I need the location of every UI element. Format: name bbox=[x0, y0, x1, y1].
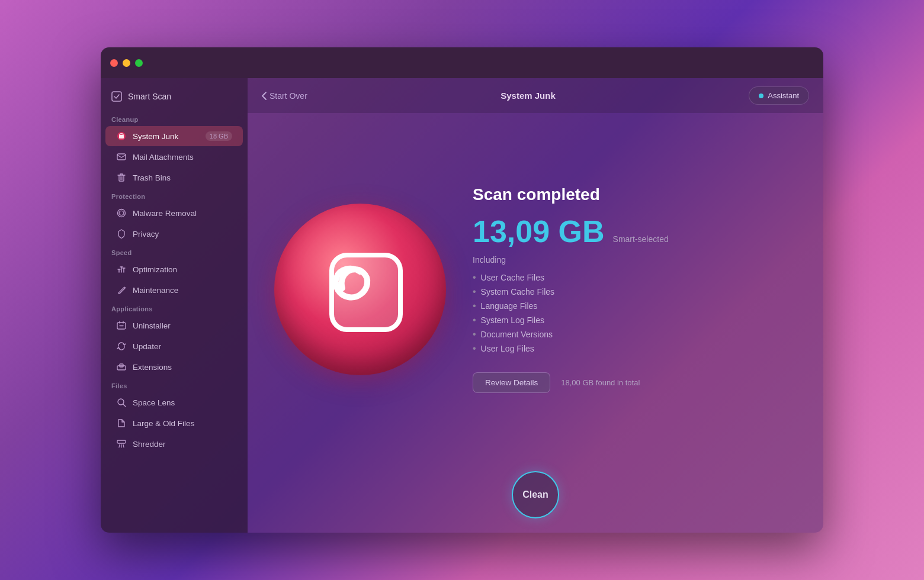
sidebar-item-space-lens[interactable]: Space Lens bbox=[105, 392, 243, 413]
sidebar-item-uninstaller[interactable]: Uninstaller bbox=[105, 315, 243, 336]
app-window: Smart Scan Cleanup System Junk 18 GB bbox=[101, 47, 823, 533]
privacy-label: Privacy bbox=[133, 230, 159, 239]
mail-attachments-icon bbox=[116, 152, 127, 162]
smart-scan-label: Smart Scan bbox=[128, 92, 171, 101]
review-details-button[interactable]: Review Details bbox=[473, 372, 550, 393]
privacy-icon bbox=[116, 228, 127, 239]
space-lens-icon bbox=[116, 397, 127, 408]
panel-body: Scan completed 13,09 GB Smart-selected I… bbox=[248, 113, 823, 465]
list-item: Document Versions bbox=[473, 327, 800, 341]
malware-removal-label: Malware Removal bbox=[133, 209, 197, 218]
shredder-label: Shredder bbox=[133, 440, 166, 449]
assistant-dot-icon bbox=[759, 94, 763, 98]
smart-scan-icon bbox=[111, 91, 122, 102]
system-junk-badge: 18 GB bbox=[206, 131, 232, 141]
close-button[interactable] bbox=[110, 59, 118, 67]
sidebar-item-malware-removal[interactable]: Malware Removal bbox=[105, 203, 243, 223]
trash-bins-icon bbox=[116, 172, 127, 183]
optimization-label: Optimization bbox=[133, 265, 177, 274]
sidebar-item-large-old-files[interactable]: Large & Old Files bbox=[105, 413, 243, 433]
svg-line-22 bbox=[123, 444, 124, 447]
list-item: User Cache Files bbox=[473, 270, 800, 285]
back-chevron-icon bbox=[262, 92, 267, 100]
extensions-icon bbox=[116, 362, 127, 372]
sidebar-item-optimization[interactable]: Optimization bbox=[105, 259, 243, 279]
clean-button[interactable]: Clean bbox=[512, 471, 559, 518]
sidebar-item-system-junk[interactable]: System Junk 18 GB bbox=[105, 126, 243, 146]
sidebar-item-privacy[interactable]: Privacy bbox=[105, 224, 243, 244]
list-item: Language Files bbox=[473, 299, 800, 313]
svg-line-20 bbox=[119, 444, 120, 447]
logo-svg bbox=[301, 227, 419, 352]
sidebar-item-extensions[interactable]: Extensions bbox=[105, 357, 243, 377]
svg-line-18 bbox=[123, 404, 126, 407]
list-item: User Log Files bbox=[473, 341, 800, 356]
panel-title: System Junk bbox=[315, 91, 742, 101]
optimization-icon bbox=[116, 264, 127, 275]
sidebar-item-shredder[interactable]: Shredder bbox=[105, 434, 243, 454]
section-speed: Speed bbox=[101, 244, 248, 259]
trash-bins-label: Trash Bins bbox=[133, 173, 171, 182]
shredder-icon bbox=[116, 439, 127, 449]
app-logo bbox=[274, 204, 446, 375]
large-old-files-icon bbox=[116, 418, 127, 428]
scan-completed-title: Scan completed bbox=[473, 185, 800, 204]
panel-header: Start Over System Junk Assistant bbox=[248, 78, 823, 113]
back-button[interactable]: Start Over bbox=[262, 91, 307, 101]
system-junk-label: System Junk bbox=[133, 132, 178, 141]
system-junk-icon bbox=[116, 131, 127, 141]
main-content: Smart Scan Cleanup System Junk 18 GB bbox=[101, 78, 823, 533]
logo-area bbox=[271, 201, 449, 378]
assistant-label: Assistant bbox=[768, 91, 799, 100]
svg-rect-3 bbox=[117, 154, 126, 160]
sidebar-item-mail-attachments[interactable]: Mail Attachments bbox=[105, 147, 243, 167]
found-total-label: 18,00 GB found in total bbox=[561, 378, 640, 387]
items-list: User Cache Files System Cache Files Lang… bbox=[473, 270, 800, 356]
maintenance-label: Maintenance bbox=[133, 286, 178, 295]
size-number: 13,09 GB bbox=[473, 216, 605, 247]
section-cleanup: Cleanup bbox=[101, 111, 248, 125]
updater-label: Updater bbox=[133, 342, 161, 351]
svg-rect-15 bbox=[117, 366, 126, 370]
svg-rect-0 bbox=[112, 92, 121, 101]
clean-button-area: Clean bbox=[248, 465, 823, 533]
smart-selected-label: Smart-selected bbox=[613, 234, 669, 244]
space-lens-label: Space Lens bbox=[133, 398, 175, 407]
section-applications: Applications bbox=[101, 301, 248, 315]
title-bar bbox=[101, 47, 823, 78]
updater-icon bbox=[116, 341, 127, 352]
list-item: System Cache Files bbox=[473, 285, 800, 299]
svg-rect-2 bbox=[119, 135, 124, 138]
including-label: Including bbox=[473, 255, 800, 265]
sidebar-item-smart-scan[interactable]: Smart Scan bbox=[101, 85, 248, 108]
traffic-lights bbox=[110, 59, 143, 67]
section-protection: Protection bbox=[101, 188, 248, 202]
back-label: Start Over bbox=[270, 91, 307, 101]
uninstaller-icon bbox=[116, 320, 127, 331]
sidebar-item-maintenance[interactable]: Maintenance bbox=[105, 280, 243, 300]
info-area: Scan completed 13,09 GB Smart-selected I… bbox=[473, 185, 800, 393]
list-item: System Log Files bbox=[473, 313, 800, 327]
sidebar-item-updater[interactable]: Updater bbox=[105, 336, 243, 356]
clean-label: Clean bbox=[522, 489, 548, 500]
extensions-label: Extensions bbox=[133, 363, 172, 372]
sidebar: Smart Scan Cleanup System Junk 18 GB bbox=[101, 78, 248, 533]
bottom-row: Review Details 18,00 GB found in total bbox=[473, 372, 800, 393]
mail-attachments-label: Mail Attachments bbox=[133, 153, 194, 162]
maintenance-icon bbox=[116, 285, 127, 295]
assistant-button[interactable]: Assistant bbox=[749, 86, 809, 105]
size-row: 13,09 GB Smart-selected bbox=[473, 216, 800, 247]
uninstaller-label: Uninstaller bbox=[133, 321, 171, 330]
maximize-button[interactable] bbox=[135, 59, 143, 67]
sidebar-item-trash-bins[interactable]: Trash Bins bbox=[105, 167, 243, 188]
minimize-button[interactable] bbox=[123, 59, 130, 67]
svg-rect-19 bbox=[117, 440, 126, 443]
review-details-label: Review Details bbox=[485, 378, 538, 387]
malware-removal-icon bbox=[116, 208, 127, 218]
section-files: Files bbox=[101, 378, 248, 392]
right-panel: Start Over System Junk Assistant bbox=[248, 78, 823, 533]
large-old-files-label: Large & Old Files bbox=[133, 419, 194, 428]
